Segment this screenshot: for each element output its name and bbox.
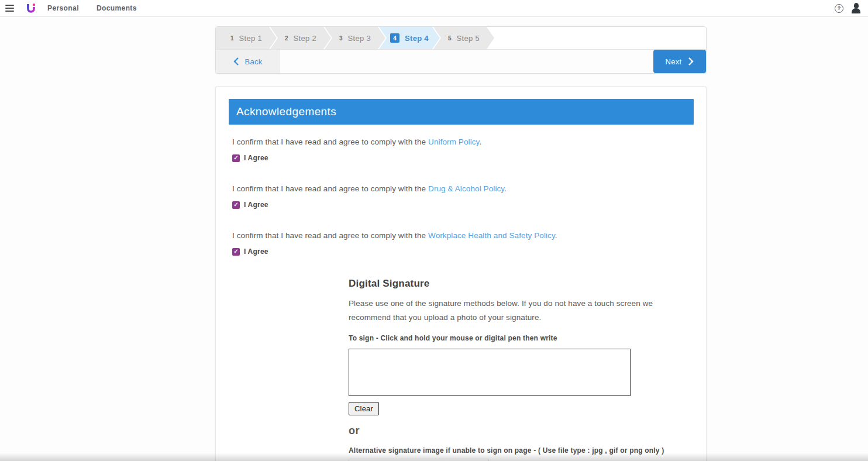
text-after: . <box>479 137 481 146</box>
step-number: 3 <box>339 35 343 42</box>
text-after: . <box>555 231 557 240</box>
digital-signature-section: Digital Signature Please use one of the … <box>349 278 706 461</box>
steps-bar: 1 Step 1 2 Step 2 3 Step 3 4 Step 4 5 St… <box>216 27 706 50</box>
acknowledgement-text: I confirm that I have read and agree to … <box>232 231 706 240</box>
agree-label: I Agree <box>244 154 268 162</box>
agree-label: I Agree <box>244 201 268 209</box>
step-label: Step 4 <box>405 34 429 43</box>
page-title: Acknowledgements <box>236 105 336 118</box>
step-label: Step 1 <box>239 34 262 43</box>
section-header-banner: Acknowledgements <box>229 99 694 125</box>
nav-personal[interactable]: Personal <box>47 4 79 12</box>
chevron-left-icon <box>233 57 239 66</box>
content-card: Acknowledgements I confirm that I have r… <box>215 86 707 461</box>
agree-label: I Agree <box>244 247 268 256</box>
wizard-nav-row: Back Next <box>216 50 706 73</box>
step-label: Step 3 <box>348 34 371 43</box>
step-5[interactable]: 5 Step 5 <box>433 27 494 49</box>
step-1[interactable]: 1 Step 1 <box>216 27 277 49</box>
signature-pad[interactable] <box>349 349 631 396</box>
step-2[interactable]: 2 Step 2 <box>270 27 331 49</box>
text-after: . <box>504 184 507 193</box>
text-before: I confirm that I have read and agree to … <box>232 184 428 193</box>
step-label: Step 5 <box>457 34 480 43</box>
text-before: I confirm that I have read and agree to … <box>232 137 428 146</box>
alternative-signature-label: Alternative signature image if unable to… <box>349 446 706 455</box>
sign-instruction-label: To sign - Click and hold your mouse or d… <box>349 334 706 342</box>
acknowledgement-text: I confirm that I have read and agree to … <box>232 137 706 146</box>
agree-row: I Agree <box>232 247 706 256</box>
user-avatar-icon[interactable] <box>851 3 861 13</box>
back-button-label: Back <box>244 57 262 66</box>
acknowledgement-uniform-policy: I confirm that I have read and agree to … <box>232 137 706 162</box>
step-3[interactable]: 3 Step 3 <box>325 27 385 49</box>
agree-row: I Agree <box>232 201 706 209</box>
drug-alcohol-policy-link[interactable]: Drug & Alcohol Policy <box>428 184 504 193</box>
app-logo[interactable] <box>25 2 37 14</box>
help-icon[interactable]: ? <box>835 4 843 13</box>
next-button[interactable]: Next <box>653 50 706 73</box>
uniform-policy-link[interactable]: Uniform Policy <box>428 137 479 146</box>
agree-checkbox[interactable] <box>232 154 240 162</box>
topbar-right: ? <box>835 3 861 13</box>
agree-checkbox[interactable] <box>232 201 240 209</box>
top-bar: Personal Documents ? <box>0 0 868 17</box>
agree-checkbox[interactable] <box>232 248 240 256</box>
agree-row: I Agree <box>232 154 706 162</box>
text-before: I confirm that I have read and agree to … <box>232 231 428 240</box>
step-number: 5 <box>448 35 452 42</box>
chevron-right-icon <box>688 57 694 66</box>
logo-u-icon <box>25 2 37 14</box>
wizard-card: 1 Step 1 2 Step 2 3 Step 3 4 Step 4 5 St… <box>215 26 707 74</box>
acknowledgement-text: I confirm that I have read and agree to … <box>232 184 706 193</box>
back-button[interactable]: Back <box>216 50 280 73</box>
top-nav: Personal Documents <box>47 4 137 12</box>
or-label: or <box>349 425 706 437</box>
acknowledgement-whs-policy: I confirm that I have read and agree to … <box>232 231 706 256</box>
step-number-badge: 4 <box>390 33 399 43</box>
acknowledgements-section: I confirm that I have read and agree to … <box>232 137 706 256</box>
file-input[interactable]: Choose file No file chosen <box>349 459 489 461</box>
hamburger-menu-icon[interactable] <box>5 3 14 13</box>
step-4-active[interactable]: 4 Step 4 <box>379 27 440 49</box>
next-button-label: Next <box>666 57 682 66</box>
step-number: 2 <box>285 35 288 42</box>
step-label: Step 2 <box>294 34 316 43</box>
nav-documents[interactable]: Documents <box>97 4 137 12</box>
acknowledgement-drug-alcohol-policy: I confirm that I have read and agree to … <box>232 184 706 209</box>
signature-heading: Digital Signature <box>349 278 706 290</box>
whs-policy-link[interactable]: Workplace Health and Safety Policy <box>428 231 555 240</box>
signature-description: Please use one of the signature methods … <box>349 297 695 325</box>
step-number: 1 <box>230 35 234 42</box>
clear-button[interactable]: Clear <box>349 402 379 415</box>
